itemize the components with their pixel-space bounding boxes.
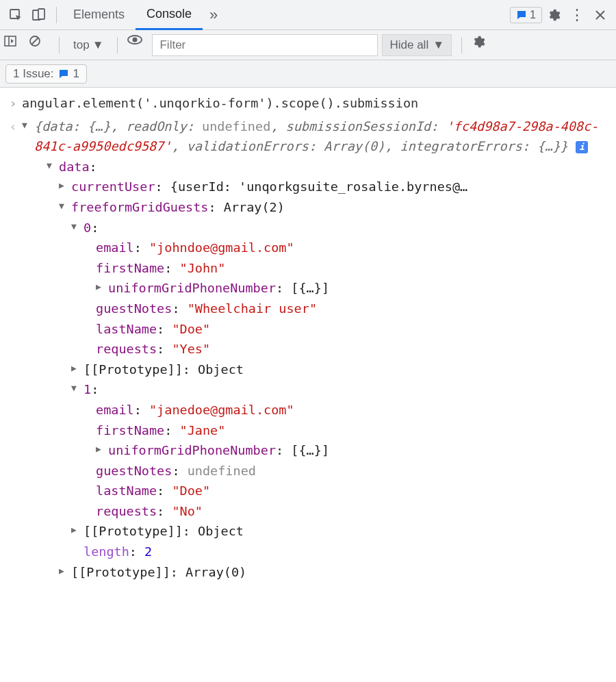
expand-caret[interactable] (59, 179, 68, 193)
prop-key: length (84, 544, 129, 559)
issues-count: 1 (530, 9, 536, 21)
issues-row: 1 Issue: 1 (0, 60, 616, 88)
context-selector[interactable]: top ▼ (69, 38, 107, 52)
device-toggle-icon[interactable] (27, 3, 51, 27)
chevron-down-icon: ▼ (92, 38, 104, 52)
summary-text: , submissionSessionId: (270, 119, 446, 134)
prop-value: [{…}] (291, 443, 329, 457)
prop-key: [[Prototype]] (71, 565, 170, 579)
message-icon (516, 10, 527, 21)
expand-caret[interactable] (71, 362, 81, 376)
issues-label: 1 Issue: (13, 67, 54, 81)
divider (56, 7, 57, 23)
expand-caret[interactable] (59, 199, 68, 214)
console-output: › angular.element('.unqorkio-form').scop… (0, 88, 616, 597)
svg-rect-3 (5, 36, 16, 46)
prop-value: "janedoe@gmail.com" (149, 403, 294, 417)
devtools-toolbar: Elements Console » 1 ⋮ (0, 0, 616, 30)
prop-value: "John" (180, 261, 226, 275)
prop-value: Array(2) (224, 200, 285, 214)
tab-elements[interactable]: Elements (62, 0, 136, 30)
prop-value: Object (198, 362, 244, 377)
prop-value: "Doe" (172, 322, 210, 336)
prop-value: 2 (144, 544, 152, 559)
prop-key: currentUser (71, 179, 155, 194)
info-icon[interactable]: i (576, 141, 588, 153)
prop-key: lastName (96, 322, 157, 336)
prop-value: "Yes" (172, 342, 210, 356)
prop-key: uniformGridPhoneNumber (108, 281, 276, 295)
expand-caret[interactable] (47, 159, 56, 173)
prop-value: Array(0) (185, 565, 246, 579)
issues-chip-count: 1 (73, 67, 79, 81)
prop-key: requests (96, 342, 157, 356)
prop-key: guestNotes (96, 464, 172, 478)
expand-caret[interactable] (96, 442, 105, 457)
prop-key: [[Prototype]] (84, 362, 183, 377)
expand-caret[interactable] (71, 523, 81, 538)
prop-key: email (96, 403, 134, 417)
console-settings-icon[interactable] (472, 35, 492, 55)
prop-value: "Jane" (180, 423, 226, 438)
prop-key: guestNotes (96, 301, 172, 316)
more-icon[interactable]: ⋮ (565, 3, 589, 27)
divider (461, 37, 462, 53)
prop-value: Object (198, 524, 244, 538)
sidebar-toggle-icon[interactable] (4, 35, 25, 55)
prop-key: firstName (96, 261, 164, 275)
svg-rect-2 (38, 9, 44, 19)
prop-key: email (96, 240, 134, 255)
console-result-row[interactable]: ‹ {data: {…}, readOnly: undefined, submi… (0, 115, 616, 584)
divider (117, 37, 118, 53)
array-index: 0 (84, 220, 91, 235)
settings-icon[interactable] (542, 3, 565, 27)
prop-key: freeformGridGuests (71, 200, 208, 214)
array-index: 1 (84, 382, 91, 396)
expand-caret[interactable] (59, 564, 68, 579)
inspect-icon[interactable] (4, 3, 27, 27)
console-subbar: top ▼ Hide all ▼ (0, 30, 616, 60)
issues-chip[interactable]: 1 Issue: 1 (5, 64, 87, 84)
issues-counter[interactable]: 1 (510, 7, 542, 23)
prop-value: "Wheelchair user" (188, 301, 317, 316)
prop-key: uniformGridPhoneNumber (108, 443, 276, 457)
message-icon (58, 68, 69, 79)
output-chevron-icon: ‹ (4, 116, 22, 583)
console-command-row[interactable]: › angular.element('.unqorkio-form').scop… (0, 92, 616, 115)
log-level-selector[interactable]: Hide all ▼ (382, 34, 452, 56)
expand-caret[interactable] (96, 280, 105, 294)
input-chevron-icon: › (4, 93, 22, 114)
prop-value: {userId: 'unqorkgsuite_rosalie.byrnes@… (170, 179, 467, 194)
summary-text: {data: {…}, readOnly: (34, 119, 202, 134)
prop-key: firstName (96, 423, 164, 438)
svg-point-6 (133, 37, 138, 42)
prop-key: [[Prototype]] (84, 524, 183, 538)
expand-caret[interactable] (71, 381, 81, 396)
summary-text: , validationErrors: Array(0), integrator… (171, 139, 567, 153)
prop-value: "johndoe@gmail.com" (149, 240, 294, 255)
context-label: top (73, 38, 90, 52)
clear-console-icon[interactable] (29, 35, 49, 55)
expand-caret[interactable] (22, 118, 31, 133)
prop-value: undefined (188, 464, 256, 478)
close-icon[interactable] (589, 3, 612, 27)
tab-console[interactable]: Console (136, 0, 203, 30)
prop-key: requests (96, 504, 157, 518)
filter-input[interactable] (152, 34, 378, 56)
live-expression-icon[interactable] (127, 35, 148, 55)
chevron-down-icon: ▼ (433, 38, 444, 52)
prop-value: [{…}] (291, 281, 329, 295)
summary-readonly: undefined (202, 119, 270, 134)
prop-value: "Doe" (172, 483, 210, 498)
expand-caret[interactable] (71, 220, 81, 234)
tabs-overflow-icon[interactable]: » (203, 6, 224, 24)
prop-key: data (59, 160, 90, 174)
prop-value: "No" (172, 504, 203, 518)
divider (59, 37, 60, 53)
prop-key: lastName (96, 483, 157, 498)
command-text: angular.element('.unqorkio-form').scope(… (22, 93, 609, 114)
log-level-label: Hide all (389, 38, 428, 52)
